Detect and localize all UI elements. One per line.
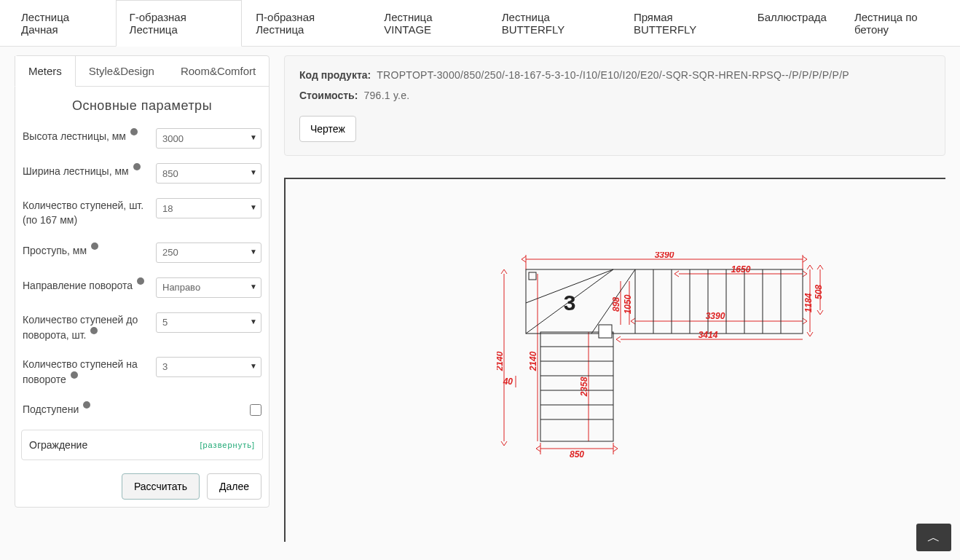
on-turn-label: Количество ступеней на повороте <box>23 358 138 385</box>
dim-mid-h1: 898 <box>611 297 621 312</box>
on-turn-select[interactable]: 3 <box>156 357 261 377</box>
panel-heading: Основные параметры <box>15 87 269 121</box>
product-info-box: Код продукта: TROPTOPT-3000/850/250/-18-… <box>284 55 945 156</box>
hint-icon[interactable] <box>71 371 78 379</box>
dim-mid-width: 3390 <box>706 311 725 321</box>
steps-label: Количество ступеней, шт. (по 167 мм) <box>23 200 143 226</box>
drawing-view-label: 3 <box>564 291 576 315</box>
dim-bottom: 850 <box>570 449 584 460</box>
config-panel: Meters Style&Design Room&Comfort Основны… <box>15 55 269 508</box>
before-turn-select[interactable]: 5 <box>156 312 261 333</box>
next-button[interactable]: Далее <box>207 473 261 500</box>
dim-mid-h2: 1050 <box>623 294 633 314</box>
hint-icon[interactable] <box>90 327 98 334</box>
steps-select[interactable]: 18 <box>156 198 261 218</box>
hint-icon[interactable] <box>83 401 90 409</box>
railing-label: Ограждение <box>29 439 87 451</box>
dim-right1: 1184 <box>803 293 814 312</box>
direction-label: Направление поворота <box>23 279 133 291</box>
expand-link[interactable]: [развернуть] <box>200 441 255 449</box>
code-value: TROPTOPT-3000/850/250/-18-167-5-3-10-/I1… <box>377 69 849 81</box>
chevron-up-icon: ︿ <box>927 529 940 546</box>
hint-icon[interactable] <box>133 163 141 170</box>
code-label: Код продукта: <box>299 69 371 81</box>
drawing-button[interactable]: Чертеж <box>299 116 356 142</box>
tab-p-shape[interactable]: П-образная Лестница <box>242 0 370 46</box>
before-turn-label: Количество ступеней до поворота, шт. <box>23 314 138 341</box>
tab-concrete[interactable]: Лестница по бетону <box>841 0 960 46</box>
tab-balustrade[interactable]: Баллюстрада <box>744 0 841 46</box>
dim-right2: 508 <box>814 285 824 299</box>
cost-value: 796.1 у.е. <box>363 90 409 101</box>
dim-sub-width: 3414 <box>699 330 718 340</box>
drawing-svg: 3390 1650 3390 3414 850 1184 508 898 105… <box>497 252 832 470</box>
tab-vintage[interactable]: Лестница VINTAGE <box>370 0 487 46</box>
width-label: Ширина лестницы, мм <box>23 165 129 177</box>
risers-label: Подступени <box>23 403 79 415</box>
dim-left-small: 40 <box>503 376 514 387</box>
tab-comfort[interactable]: Room&Comfort <box>168 56 269 86</box>
tab-style[interactable]: Style&Design <box>76 56 168 86</box>
tab-dachnaya[interactable]: Лестница Дачная <box>7 0 116 46</box>
tab-straight-butterfly[interactable]: Прямая BUTTERFLY <box>620 0 744 46</box>
svg-rect-31 <box>599 325 612 338</box>
height-select[interactable]: 3000 <box>156 128 261 149</box>
svg-rect-38 <box>529 272 536 280</box>
inner-tabs: Meters Style&Design Room&Comfort <box>15 56 269 87</box>
dim-top-width: 3390 <box>655 252 674 260</box>
svg-rect-18 <box>540 332 613 441</box>
tread-label: Проступь, мм <box>23 244 87 256</box>
railing-collapse[interactable]: Ограждение [развернуть] <box>21 430 263 460</box>
scroll-top-button[interactable]: ︿ <box>916 524 951 551</box>
dim-top-seg: 1650 <box>731 264 751 275</box>
hint-icon[interactable] <box>137 277 144 285</box>
width-select[interactable]: 850 <box>156 163 261 184</box>
tab-butterfly[interactable]: Лестница BUTTERFLY <box>488 0 620 46</box>
cost-label: Стоимость: <box>299 90 358 101</box>
tread-select[interactable]: 250 <box>156 242 261 263</box>
dim-left2: 2140 <box>528 351 538 371</box>
dim-left: 2140 <box>497 351 505 371</box>
direction-select[interactable]: Направо <box>156 277 261 298</box>
tab-meters[interactable]: Meters <box>15 56 76 87</box>
drawing-area: 3390 1650 3390 3414 850 1184 508 898 105… <box>284 178 945 542</box>
risers-checkbox[interactable] <box>250 404 261 416</box>
tab-g-shape[interactable]: Г-образная Лестница <box>116 0 243 47</box>
dim-left-seg: 2358 <box>579 376 589 397</box>
hint-icon[interactable] <box>130 128 138 135</box>
main-nav-tabs: Лестница Дачная Г-образная Лестница П-об… <box>0 0 960 47</box>
calculate-button[interactable]: Рассчитать <box>122 473 200 500</box>
hint-icon[interactable] <box>91 242 98 250</box>
height-label: Высота лестницы, мм <box>23 130 126 142</box>
